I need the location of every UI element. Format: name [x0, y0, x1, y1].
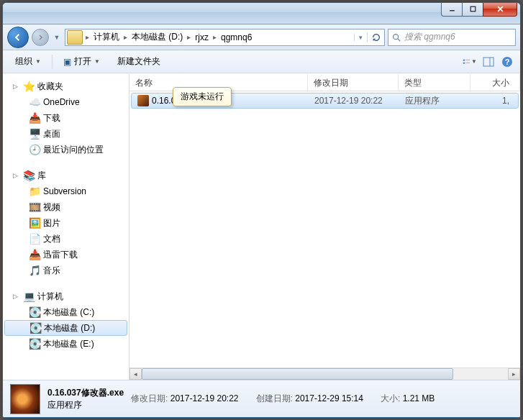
sidebar-item-drive-d[interactable]: 💽本地磁盘 (D:): [4, 320, 127, 336]
scroll-right-button[interactable]: ▸: [508, 368, 520, 380]
sidebar-item-onedrive[interactable]: ☁️OneDrive: [3, 94, 129, 110]
separator: [52, 55, 53, 69]
chevron-right-icon: ▸: [212, 33, 218, 41]
sidebar-item-documents[interactable]: 📄文档: [3, 231, 129, 247]
refresh-button[interactable]: [367, 32, 384, 42]
sidebar-item-desktop[interactable]: 🖥️桌面: [3, 126, 129, 142]
svg-rect-6: [463, 59, 465, 60]
close-button[interactable]: [483, 2, 517, 17]
size-value: 1.21 MB: [403, 393, 435, 403]
toolbar: 组织▼ ▣ 打开▼ 新建文件夹 ▼ ?: [3, 50, 520, 73]
drive-icon: 💽: [29, 338, 40, 350]
sidebar-favorites[interactable]: ▷ ⭐ 收藏夹: [3, 78, 129, 94]
star-icon: ⭐: [23, 81, 35, 92]
cloud-icon: ☁️: [29, 96, 40, 108]
details-type: 应用程序: [47, 400, 82, 410]
details-filename: 0.16.037修改器.exe: [47, 388, 124, 398]
maximize-button[interactable]: [462, 2, 483, 17]
svg-rect-10: [483, 58, 494, 66]
svg-rect-1: [470, 6, 476, 12]
search-input[interactable]: 搜索 qgmnq6: [388, 29, 516, 46]
collapse-icon[interactable]: ▷: [13, 172, 20, 179]
download-icon: 📥: [29, 249, 40, 260]
help-button[interactable]: ?: [500, 55, 514, 69]
body-area: ▷ ⭐ 收藏夹 ☁️OneDrive 📥下载 🖥️桌面 🕘最近访问的位置 ▷ 📚…: [3, 73, 520, 380]
file-size: 1,: [471, 96, 518, 106]
drive-icon: 💽: [29, 322, 41, 334]
create-date-label: 创建日期:: [256, 393, 293, 403]
tooltip: 游戏未运行: [173, 87, 232, 106]
computer-icon: 💻: [23, 291, 35, 302]
breadcrumb-item[interactable]: qgmnq6: [218, 29, 255, 45]
sidebar-computer[interactable]: ▷ 💻 计算机: [3, 288, 129, 304]
scroll-thumb[interactable]: [142, 368, 453, 380]
recent-icon: 🕘: [29, 144, 40, 155]
search-icon: [391, 32, 401, 42]
folder-icon: [67, 30, 83, 45]
svg-point-4: [394, 34, 399, 39]
sidebar-item-videos[interactable]: 🎞️视频: [3, 199, 129, 215]
address-dropdown[interactable]: ▾: [354, 34, 367, 41]
column-size[interactable]: 大小: [470, 74, 520, 91]
file-list: 名称 修改日期 类型 大小 0.16.037修改器.exe 2017-12-19…: [129, 74, 520, 380]
chevron-right-icon: ▸: [186, 33, 192, 41]
download-icon: 📥: [29, 112, 40, 124]
collapse-icon[interactable]: ▷: [13, 83, 20, 90]
music-icon: 🎵: [29, 265, 40, 276]
library-icon: 📚: [23, 170, 35, 181]
titlebar: [3, 3, 520, 24]
breadcrumb-item[interactable]: rjxz: [192, 29, 212, 45]
drive-icon: 💽: [29, 306, 40, 318]
sidebar: ▷ ⭐ 收藏夹 ☁️OneDrive 📥下载 🖥️桌面 🕘最近访问的位置 ▷ 📚…: [3, 74, 129, 380]
view-options-button[interactable]: ▼: [463, 55, 477, 69]
create-date-value: 2017-12-29 15:14: [295, 393, 363, 403]
forward-button[interactable]: [32, 29, 49, 46]
svg-rect-7: [463, 62, 465, 63]
sidebar-item-drive-e[interactable]: 💽本地磁盘 (E:): [3, 336, 129, 352]
video-icon: 🎞️: [29, 201, 40, 213]
picture-icon: 🖼️: [29, 217, 40, 229]
open-button[interactable]: ▣ 打开▼: [57, 52, 106, 70]
file-date: 2017-12-19 20:22: [309, 96, 399, 106]
sidebar-item-music[interactable]: 🎵音乐: [3, 262, 129, 278]
navbar: ▼ ▸ 计算机 ▸ 本地磁盘 (D:) ▸ rjxz ▸ qgmnq6 ▾ 搜索…: [3, 24, 520, 50]
collapse-icon[interactable]: ▷: [13, 293, 20, 300]
mod-date-label: 修改日期:: [131, 393, 168, 403]
sidebar-libraries[interactable]: ▷ 📚 库: [3, 168, 129, 183]
column-type[interactable]: 类型: [399, 74, 470, 91]
sidebar-item-drive-c[interactable]: 💽本地磁盘 (C:): [3, 304, 129, 320]
desktop-icon: 🖥️: [29, 128, 40, 140]
sidebar-item-pictures[interactable]: 🖼️图片: [3, 215, 129, 231]
file-thumbnail: [10, 384, 40, 414]
sidebar-item-xunlei[interactable]: 📥迅雷下载: [3, 247, 129, 262]
minimize-button[interactable]: [441, 2, 463, 17]
size-label: 大小:: [381, 393, 400, 403]
svg-text:?: ?: [505, 58, 510, 66]
details-pane: 0.16.037修改器.exe 应用程序 修改日期: 2017-12-19 20…: [3, 380, 520, 417]
organize-button[interactable]: 组织▼: [9, 52, 47, 70]
scroll-left-button[interactable]: ◂: [129, 368, 142, 380]
preview-pane-button[interactable]: [481, 55, 496, 69]
horizontal-scrollbar[interactable]: ◂ ▸: [129, 368, 520, 380]
chevron-right-icon: ▸: [84, 33, 91, 41]
chevron-right-icon: ▸: [122, 33, 129, 41]
back-button[interactable]: [7, 27, 29, 48]
exe-icon: [137, 95, 149, 106]
svg-line-5: [398, 38, 401, 41]
document-icon: 📄: [29, 233, 40, 245]
column-date[interactable]: 修改日期: [308, 74, 399, 91]
search-placeholder: 搜索 qgmnq6: [404, 31, 455, 43]
address-bar[interactable]: ▸ 计算机 ▸ 本地磁盘 (D:) ▸ rjxz ▸ qgmnq6 ▾: [65, 29, 385, 46]
breadcrumb-item[interactable]: 本地磁盘 (D:): [129, 29, 186, 45]
sidebar-item-subversion[interactable]: 📁Subversion: [3, 183, 129, 199]
history-dropdown[interactable]: ▼: [52, 29, 62, 46]
explorer-window: ▼ ▸ 计算机 ▸ 本地磁盘 (D:) ▸ rjxz ▸ qgmnq6 ▾ 搜索…: [2, 2, 521, 418]
folder-icon: 📁: [29, 186, 40, 197]
new-folder-button[interactable]: 新建文件夹: [111, 52, 167, 70]
file-type: 应用程序: [399, 95, 471, 107]
sidebar-item-recent[interactable]: 🕘最近访问的位置: [3, 142, 129, 158]
window-controls: [441, 2, 517, 17]
sidebar-item-downloads[interactable]: 📥下载: [3, 110, 129, 126]
mod-date-value: 2017-12-19 20:22: [170, 393, 239, 403]
breadcrumb-item[interactable]: 计算机: [91, 29, 122, 45]
